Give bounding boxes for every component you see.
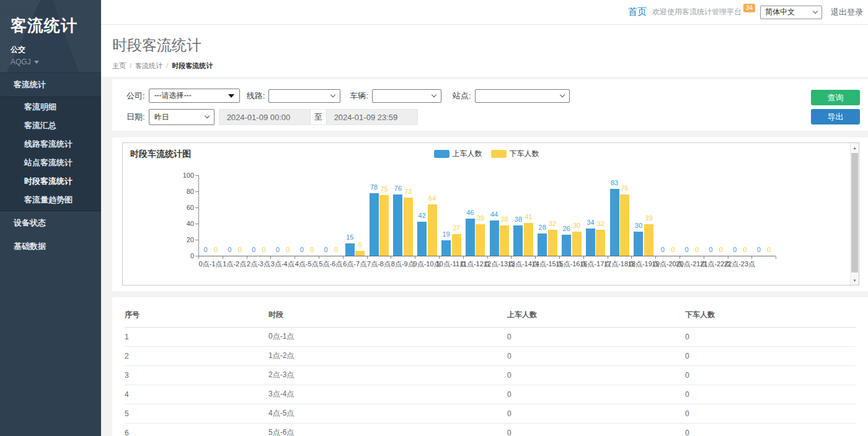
bar-boarding: [370, 193, 379, 256]
y-axis-label: 60: [173, 204, 194, 211]
bar-value-label: 6: [349, 241, 371, 248]
y-axis-line: [198, 175, 199, 256]
breadcrumb: 主页/客流统计/时段客流统计: [112, 61, 868, 71]
query-button[interactable]: 查询: [811, 90, 860, 105]
date-to-input[interactable]: 2024-01-09 23:59: [327, 110, 417, 124]
sidebar-subitem[interactable]: 客流汇总: [0, 116, 101, 135]
vehicle-label: 车辆:: [350, 90, 368, 102]
bar-alighting: [572, 232, 582, 256]
line-select[interactable]: [268, 89, 340, 103]
language-value: 简体中文: [765, 7, 795, 17]
home-link[interactable]: 首页: [628, 6, 647, 18]
table-cell: 0: [685, 347, 856, 366]
org-selector[interactable]: AQGJ: [11, 58, 101, 66]
table-cell: 4: [125, 385, 268, 404]
bar-boarding: [490, 220, 499, 256]
chart-plot: 020406080100000点-1点001点-2点002点-3点003点-4点…: [123, 143, 859, 285]
chevron-down-icon: [559, 92, 564, 97]
chart-scrollbar[interactable]: ▲ ▼: [850, 143, 859, 285]
notification-badge: 34: [743, 4, 755, 12]
scrollbar-thumb[interactable]: [851, 153, 858, 272]
breadcrumb-link[interactable]: 客流统计: [135, 62, 162, 69]
chart-panel: 时段车流统计图 上车人数下车人数 020406080100000点-1点001点…: [112, 137, 868, 291]
bar-value-label: 0: [758, 246, 780, 253]
vehicle-select[interactable]: [372, 89, 441, 103]
x-axis-tick: [751, 256, 752, 259]
sidebar-logo-area: 客流统计 公交 AQGJ: [0, 0, 101, 72]
table-row: 21点-2点00: [125, 347, 856, 366]
bar-alighting: [476, 224, 485, 256]
y-axis-tick: [195, 191, 198, 192]
date-from-input[interactable]: 2024-01-09 00:00: [219, 110, 310, 124]
table-header-row: 序号时段上车人数下车人数: [125, 303, 856, 328]
date-preset-value: 昨日: [154, 112, 169, 123]
scroll-down-icon[interactable]: ▼: [851, 276, 859, 284]
x-axis-tick: [319, 256, 319, 259]
table-panel: 序号时段上车人数下车人数 10点-1点0021点-2点0032点-3点0043点…: [112, 297, 868, 436]
table-cell: 2: [125, 347, 268, 366]
app-logo: 客流统计: [11, 15, 101, 37]
sidebar-subitem[interactable]: 客流明细: [0, 98, 101, 116]
x-axis-tick: [487, 256, 488, 259]
sidebar-subitem[interactable]: 时段客流统计: [0, 172, 101, 191]
line-label: 线路:: [247, 90, 265, 102]
y-axis-label: 20: [173, 236, 194, 243]
x-axis-tick: [728, 256, 728, 259]
sidebar-subitem[interactable]: 客流量趋势图: [0, 191, 101, 209]
station-select[interactable]: [475, 89, 570, 103]
filter-row-2: 日期: 昨日 2024-01-09 00:00 至 2024-01-09 23:…: [126, 109, 868, 125]
x-axis-tick: [223, 256, 223, 259]
x-axis-tick: [583, 256, 584, 259]
data-table: 序号时段上车人数下车人数 10点-1点0021点-2点0032点-3点0043点…: [125, 303, 856, 436]
bar-boarding: [513, 225, 523, 256]
date-range-group: 2024-01-09 00:00 至 2024-01-09 23:59: [219, 109, 418, 125]
bar-alighting: [355, 251, 365, 256]
filter-panel: 公司: ---请选择--- 线路: 车辆: 站点:: [112, 79, 868, 131]
x-axis-tick: [535, 256, 536, 259]
bar-value-label: 39: [638, 214, 660, 222]
table-row: 10点-1点00: [125, 328, 856, 347]
breadcrumb-link[interactable]: 主页: [112, 62, 126, 69]
bar-boarding: [634, 232, 643, 256]
breadcrumb-current: 时段客流统计: [172, 62, 213, 69]
bar-boarding: [610, 189, 619, 256]
table-header-cell: 上车人数: [507, 303, 685, 328]
chart-box: 时段车流统计图 上车人数下车人数 020406080100000点-1点001点…: [122, 142, 859, 286]
bar-alighting: [596, 230, 605, 256]
company-label: 公司:: [126, 90, 145, 102]
table-cell: 0: [507, 328, 685, 347]
sidebar-item[interactable]: 基础数据: [0, 235, 101, 258]
bar-value-label: 32: [590, 220, 611, 227]
company-select[interactable]: ---请选择---: [149, 89, 240, 103]
sidebar-item[interactable]: 客流统计: [0, 72, 101, 97]
table-cell: 5: [125, 404, 268, 424]
sidebar-subitem[interactable]: 站点客流统计: [0, 154, 101, 172]
x-axis-tick: [559, 256, 560, 259]
date-preset-select[interactable]: 昨日: [149, 109, 215, 125]
x-axis-tick: [439, 256, 440, 259]
bar-value-label: 72: [397, 188, 419, 195]
sidebar-item[interactable]: 设备状态: [0, 211, 101, 235]
date-range-separator: 至: [310, 110, 327, 124]
x-axis-tick: [270, 256, 271, 259]
bar-boarding: [417, 222, 427, 256]
y-axis-label: 40: [173, 220, 194, 227]
language-select[interactable]: 简体中文: [760, 6, 822, 19]
table-cell: 0: [685, 404, 856, 424]
scroll-up-icon[interactable]: ▲: [851, 144, 859, 152]
bar-alighting: [548, 230, 557, 256]
x-axis-tick: [511, 256, 512, 259]
bar-alighting: [452, 234, 461, 256]
table-header: 序号时段上车人数下车人数: [125, 303, 856, 328]
logout-link[interactable]: 退出登录: [831, 7, 863, 18]
table-row: 65点-6点00: [125, 424, 856, 436]
table-cell: 0: [507, 366, 685, 385]
table-cell: 0点-1点: [268, 328, 507, 347]
table-row: 54点-5点00: [125, 404, 856, 424]
table-cell: 0: [685, 424, 856, 436]
x-axis-tick: [655, 256, 656, 259]
x-axis-tick: [776, 256, 776, 259]
sidebar-subitem[interactable]: 线路客流统计: [0, 135, 101, 154]
export-button[interactable]: 导出: [811, 109, 860, 124]
table-cell: 1点-2点: [268, 347, 507, 366]
